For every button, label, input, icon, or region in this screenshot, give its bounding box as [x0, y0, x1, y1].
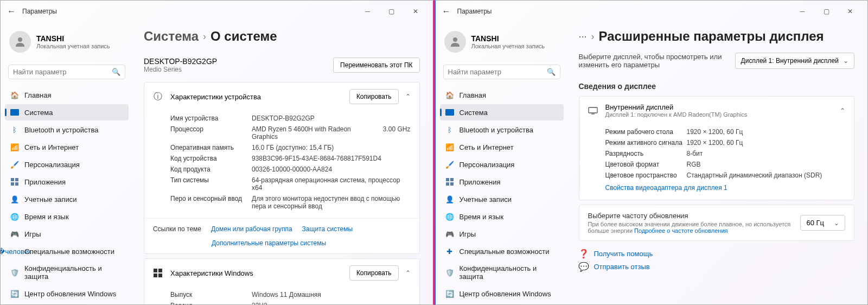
nav-label: Приложения	[459, 178, 501, 186]
minimize-button[interactable]: ─	[792, 4, 813, 19]
home-icon: 🏠	[445, 91, 454, 99]
maximize-button[interactable]: ▢	[815, 4, 837, 19]
adapter-link-row: Свойства видеоадаптера для дисплея 1	[605, 181, 846, 193]
sidebar-item-system[interactable]: Система	[5, 104, 129, 120]
home-icon: 🏠	[10, 91, 19, 99]
send-feedback-link[interactable]: Отправить отзыв	[594, 263, 650, 271]
svg-rect-6	[154, 269, 157, 272]
sidebar-item-network[interactable]: 📶Сеть и Интернет	[440, 139, 564, 155]
sidebar-item-gaming[interactable]: 🎮Игры	[440, 226, 564, 242]
page-title: Расширенные параметры дисплея	[599, 29, 824, 44]
back-button[interactable]: ←	[442, 7, 451, 16]
search-icon: 🔍	[112, 68, 120, 76]
nav-label: Конфиденциальность и защита	[459, 264, 558, 281]
card-subtitle: Дисплей 1: подключен к AMD Radeon(TM) Gr…	[605, 111, 748, 118]
sidebar-item-home[interactable]: 🏠Главная	[440, 87, 564, 103]
sidebar-item-bluetooth[interactable]: ᛒBluetooth и устройства	[5, 122, 129, 138]
windows-icon	[153, 268, 163, 278]
sidebar-item-personalization[interactable]: 🖌️Персонализация	[5, 156, 129, 173]
sidebar-item-accessibility[interactable]: �человекСпециальные возможности	[5, 243, 129, 259]
user-block[interactable]: TANSHI Локальная учетная запись	[5, 27, 129, 61]
sidebar-item-privacy[interactable]: 🛡️Конфиденциальность и защита	[5, 260, 129, 284]
wifi-icon: 📶	[445, 143, 454, 151]
search-input[interactable]	[448, 68, 547, 76]
windows-spec-header[interactable]: Характеристики Windows Копировать ⌃	[144, 259, 419, 287]
spec-row: Версия23H2	[170, 300, 411, 304]
rename-pc-button[interactable]: Переименовать этот ПК	[333, 58, 419, 73]
breadcrumb-overflow[interactable]: ···	[579, 31, 587, 42]
page-title: О системе	[210, 29, 277, 44]
copy-windows-spec-button[interactable]: Копировать	[349, 265, 399, 281]
sidebar-item-time[interactable]: 🌐Время и язык	[440, 208, 564, 225]
maximize-button[interactable]: ▢	[381, 4, 403, 19]
breadcrumb: ··· › Расширенные параметры дисплея	[579, 29, 855, 44]
nav-label: Bluetooth и устройства	[24, 126, 98, 134]
spec-row: Имя устройстваDESKTOP-B92G2GP	[170, 113, 411, 124]
sidebar-item-system[interactable]: Система	[440, 104, 564, 120]
nav-label: Система	[459, 109, 488, 117]
sidebar-item-network[interactable]: 📶Сеть и Интернет	[5, 139, 129, 155]
search-input[interactable]	[13, 68, 112, 76]
links-label: Ссылки по теме	[153, 225, 201, 233]
device-spec-header[interactable]: ⓘ Характеристики устройства Копировать ⌃	[144, 82, 419, 111]
sidebar: TANSHI Локальная учетная запись 🔍 🏠Главн…	[1, 22, 131, 304]
close-button[interactable]: ✕	[839, 4, 861, 19]
device-spec-card: ⓘ Характеристики устройства Копировать ⌃…	[144, 82, 420, 254]
person-icon: 👤	[10, 195, 19, 204]
sidebar-item-apps[interactable]: Приложения	[5, 174, 129, 190]
settings-window-display: ← Параметры ─ ▢ ✕ TANSHI Локальная учетн…	[435, 0, 869, 305]
sidebar-item-update[interactable]: 🔄Центр обновления Windows	[440, 285, 564, 302]
sidebar-item-accounts[interactable]: 👤Учетные записи	[440, 191, 564, 207]
display-selector[interactable]: Дисплей 1: Внутренний дисплей ⌄	[735, 53, 854, 69]
help-icon: ❓	[579, 249, 589, 258]
link-protection[interactable]: Защита системы	[302, 225, 353, 233]
main-content: Система › О системе DESKTOP-B92G2GP Medi…	[131, 22, 433, 304]
svg-rect-16	[589, 107, 597, 113]
sidebar-item-home[interactable]: 🏠Главная	[5, 87, 129, 103]
search-icon: 🔍	[547, 68, 556, 76]
device-name: DESKTOP-B92G2GP	[144, 57, 217, 66]
video-adapter-link[interactable]: Свойства видеоадаптера для дисплея 1	[605, 184, 727, 192]
card-title: Внутренний дисплей	[605, 103, 748, 111]
spec-row: Тип системы64-разрядная операционная сис…	[170, 175, 411, 193]
wifi-icon: 📶	[10, 143, 19, 151]
search-box[interactable]: 🔍	[443, 65, 560, 79]
sidebar-item-apps[interactable]: Приложения	[440, 174, 564, 190]
breadcrumb: Система › О системе	[144, 29, 420, 44]
refresh-title: Выберите частоту обновления	[588, 212, 792, 220]
search-box[interactable]: 🔍	[8, 65, 125, 79]
refresh-rate-selector[interactable]: 60 Гц ⌄	[800, 215, 845, 231]
sidebar-item-accessibility[interactable]: ✚Специальные возможности	[440, 243, 564, 259]
link-domain[interactable]: Домен или рабочая группа	[211, 225, 292, 233]
back-button[interactable]: ←	[7, 7, 16, 16]
nav-label: Игры	[24, 230, 41, 238]
user-block[interactable]: TANSHI Локальная учетная запись	[440, 27, 564, 61]
spec-row: Цветовое пространствоСтандартный динамич…	[605, 170, 846, 181]
sidebar-item-personalization[interactable]: 🖌️Персонализация	[440, 156, 564, 173]
svg-rect-12	[446, 178, 449, 181]
refresh-rate-card: Выберите частоту обновления При более вы…	[579, 205, 855, 241]
sidebar-item-time[interactable]: 🌐Время и язык	[5, 208, 129, 225]
sidebar-item-gaming[interactable]: 🎮Игры	[5, 226, 129, 242]
minimize-button[interactable]: ─	[357, 4, 379, 19]
nav-label: Bluetooth и устройства	[459, 126, 533, 134]
svg-rect-14	[446, 182, 449, 186]
sidebar-item-privacy[interactable]: 🛡️Конфиденциальность и защита	[440, 260, 564, 284]
window-title: Параметры	[22, 8, 57, 15]
close-button[interactable]: ✕	[405, 4, 426, 19]
link-advanced-system[interactable]: Дополнительные параметры системы	[212, 239, 326, 247]
titlebar: ← Параметры ─ ▢ ✕	[1, 1, 433, 22]
sidebar-item-accounts[interactable]: 👤Учетные записи	[5, 191, 129, 207]
get-help-link[interactable]: Получить помощь	[594, 250, 653, 258]
refresh-learn-more-link[interactable]: Подробнее о частоте обновления	[634, 227, 727, 234]
sidebar-item-update[interactable]: 🔄Центр обновления Windows	[5, 285, 129, 302]
svg-point-10	[453, 37, 457, 42]
display-card-header[interactable]: Внутренний дисплей Дисплей 1: подключен …	[579, 97, 854, 124]
breadcrumb-parent[interactable]: Система	[144, 29, 199, 44]
nav-label: Учетные записи	[24, 195, 76, 204]
copy-device-spec-button[interactable]: Копировать	[349, 89, 399, 104]
svg-point-0	[18, 37, 22, 42]
refresh-subtitle: При более высоком значении движение боле…	[588, 221, 792, 234]
sidebar-item-bluetooth[interactable]: ᛒBluetooth и устройства	[440, 122, 564, 138]
display-select-value: Дисплей 1: Внутренний дисплей	[741, 57, 839, 65]
